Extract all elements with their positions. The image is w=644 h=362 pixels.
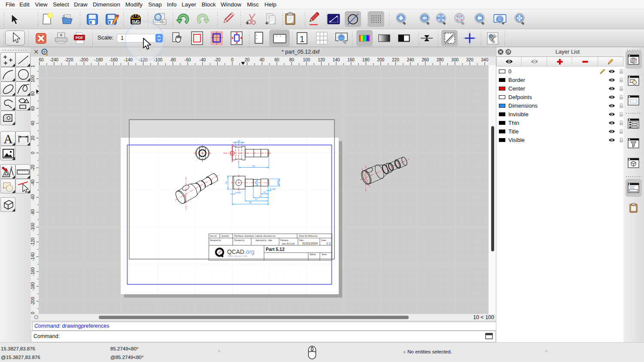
svg-text:-100: -100 [31,223,35,231]
svg-text:-60: -60 [185,57,191,62]
svg-text:-80: -80 [170,57,176,62]
svg-text:Title/Name, destination, mater: Title/Name, destination, material, dimen… [234,235,276,237]
svg-text:-80: -80 [31,209,35,215]
svg-text:140: 140 [333,57,340,62]
svg-text:1x45°: 1x45° [235,191,242,194]
svg-text:-120: -120 [31,238,35,246]
svg-text:Sheet: Sheet [322,253,327,256]
svg-text:80: 80 [31,91,35,96]
svg-text:A: A [3,132,12,146]
svg-text:320: 320 [466,57,474,62]
svg-text:40: 40 [260,57,265,62]
svg-text:1:1: 1:1 [326,241,331,245]
svg-text:Filename: Filename [280,239,289,241]
svg-text:⌀10: ⌀10 [276,180,279,185]
svg-text:280: 280 [437,57,444,62]
svg-text:Article No./Reference: Article No./Reference [299,235,318,237]
svg-text:Open Source CAD: Open Source CAD [228,255,247,257]
svg-text:Edition: Edition [310,253,316,256]
svg-text:1: 1 [300,34,304,44]
svg-text:60: 60 [274,57,279,62]
svg-text:-180: -180 [31,282,35,290]
svg-text:300: 300 [451,57,459,62]
svg-text:⌀8: ⌀8 [237,140,241,142]
svg-text:60: 60 [31,106,35,111]
svg-text:61: 61 [252,165,255,167]
svg-text:-200: -200 [79,57,88,62]
svg-text:120: 120 [318,57,325,62]
svg-text:-40: -40 [200,57,206,62]
svg-text:Checked by: Checked by [234,239,245,241]
svg-text:37: 37 [255,198,258,201]
svg-text:-240: -240 [50,57,58,62]
svg-text:-140: -140 [124,57,133,62]
svg-text:-200: -200 [31,297,35,305]
svg-text:-140: -140 [31,252,35,261]
svg-text:Approved by - date: Approved by - date [255,239,272,241]
svg-text:Item ref: Item ref [210,235,217,237]
svg-text:100: 100 [303,57,310,62]
svg-text:0: 0 [231,57,234,62]
svg-text:Part 5.12: Part 5.12 [266,247,285,252]
svg-text:20: 20 [31,136,35,141]
svg-text:20: 20 [245,57,250,62]
svg-text:180: 180 [362,57,370,62]
svg-text:240: 240 [407,57,414,62]
svg-text:11: 11 [263,191,266,193]
svg-text:200: 200 [377,57,384,62]
svg-text:-160: -160 [31,267,35,276]
svg-text:-160: -160 [109,57,118,62]
svg-text:50: 50 [249,201,252,204]
svg-text:220: 220 [392,57,399,62]
svg-text:-40: -40 [31,179,35,186]
svg-text:01/01/2024: 01/01/2024 [302,241,318,245]
svg-text:PDF: PDF [76,36,84,40]
svg-text:120: 120 [31,65,35,67]
svg-text:Designed by: Designed by [210,239,221,241]
svg-text:40: 40 [31,121,35,126]
svg-text:⌀9: ⌀9 [254,181,257,184]
svg-text:-60: -60 [31,194,35,201]
svg-text:80: 80 [289,57,295,62]
svg-text:18: 18 [225,181,228,184]
svg-text:1x45°: 1x45° [270,188,276,190]
svg-text:QCAD.org: QCAD.org [227,249,255,255]
svg-text:260: 260 [422,57,429,62]
svg-text:-20: -20 [214,57,221,62]
svg-text:part_05.12.dxf: part_05.12.dxf [282,243,295,245]
svg-text:-180: -180 [94,57,103,62]
svg-text:100: 100 [31,75,35,82]
svg-text:Scale: Scale [321,239,326,241]
svg-text:21: 21 [259,195,262,197]
svg-text:-20: -20 [31,164,35,171]
svg-text:-260: -260 [39,57,44,62]
svg-text:Quantity: Quantity [222,235,229,237]
svg-text:0: 0 [31,151,35,154]
svg-text:340: 340 [481,57,489,62]
svg-text:160: 160 [347,57,355,62]
svg-text:-220: -220 [65,57,73,62]
